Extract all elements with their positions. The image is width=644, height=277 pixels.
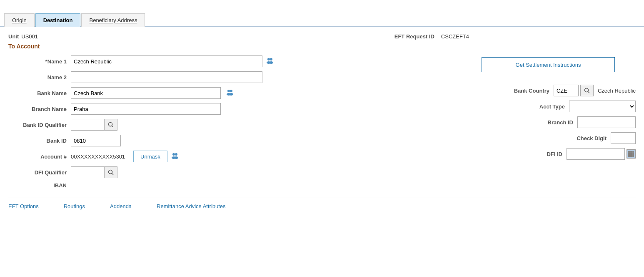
tab-bar: Origin Destination Beneficiary Address bbox=[0, 0, 644, 27]
svg-point-3 bbox=[269, 61, 273, 64]
bank-name-input[interactable] bbox=[71, 87, 221, 99]
branch-id-input[interactable] bbox=[577, 116, 636, 128]
eft-options-link[interactable]: EFT Options bbox=[8, 203, 39, 209]
eft-request-id-value: CSCZEFT4 bbox=[441, 33, 469, 40]
acct-type-label: Acct Type bbox=[515, 103, 565, 110]
name2-row: Name 2 bbox=[8, 71, 436, 83]
dfi-id-wrap bbox=[567, 148, 636, 160]
routings-link[interactable]: Routings bbox=[64, 203, 85, 209]
svg-point-10 bbox=[172, 153, 175, 156]
form-right: Get Settlement Instructions Bank Country… bbox=[444, 55, 636, 193]
svg-rect-24 bbox=[628, 155, 630, 157]
tab-beneficiary[interactable]: Beneficiary Address bbox=[81, 13, 145, 27]
iban-row: IBAN bbox=[8, 182, 436, 189]
people-icon-bank[interactable] bbox=[226, 88, 234, 98]
branch-id-row: Branch ID bbox=[444, 116, 636, 128]
svg-point-5 bbox=[230, 90, 232, 92]
svg-point-13 bbox=[174, 156, 178, 159]
svg-rect-22 bbox=[630, 153, 632, 155]
bank-id-qualifier-label: Bank ID Qualifier bbox=[8, 122, 71, 128]
name1-row: *Name 1 bbox=[8, 55, 436, 67]
bank-id-qualifier-input[interactable] bbox=[71, 119, 104, 131]
bank-id-label: Bank ID bbox=[8, 138, 71, 144]
unit-label: Unit bbox=[8, 33, 19, 40]
name1-input[interactable] bbox=[71, 55, 262, 67]
bank-country-input-wrap: Czech Republic bbox=[554, 85, 636, 96]
svg-point-4 bbox=[227, 90, 230, 92]
bank-country-input[interactable] bbox=[554, 85, 579, 96]
bank-id-input[interactable] bbox=[71, 135, 121, 146]
branch-id-label: Branch ID bbox=[523, 119, 573, 126]
bottom-links: EFT Options Routings Addenda Remittance … bbox=[8, 197, 636, 211]
people-icon-name1[interactable] bbox=[266, 56, 274, 67]
unit-value: US001 bbox=[21, 33, 38, 40]
name1-label: *Name 1 bbox=[8, 58, 71, 65]
svg-point-14 bbox=[109, 170, 112, 174]
get-settlement-button[interactable]: Get Settlement Instructions bbox=[482, 57, 615, 72]
account-row: Account # 00XXXXXXXXXX5301 Unmask bbox=[8, 151, 436, 162]
header-row: Unit US001 EFT Request ID CSCZEFT4 bbox=[8, 33, 636, 40]
form-body: *Name 1 Name 2 Bank Name bbox=[8, 55, 636, 193]
dfi-qualifier-label: DFI Qualifier bbox=[8, 169, 71, 176]
addenda-link[interactable]: Addenda bbox=[110, 203, 132, 209]
dfi-qualifier-row: DFI Qualifier bbox=[8, 166, 436, 178]
bank-id-row: Bank ID bbox=[8, 135, 436, 146]
account-label: Account # bbox=[8, 154, 71, 160]
dfi-qualifier-search[interactable] bbox=[104, 166, 117, 178]
form-left: *Name 1 Name 2 Bank Name bbox=[8, 55, 436, 193]
bank-country-row: Bank Country Czech Republic bbox=[444, 85, 636, 96]
dfi-qualifier-input[interactable] bbox=[71, 166, 104, 178]
branch-name-label: Branch Name bbox=[8, 106, 71, 112]
dfi-id-label: DFI ID bbox=[512, 151, 562, 157]
svg-point-16 bbox=[584, 88, 588, 92]
svg-rect-23 bbox=[632, 153, 634, 155]
bank-name-row: Bank Name bbox=[8, 87, 436, 99]
account-value: 00XXXXXXXXXX5301 bbox=[71, 152, 125, 161]
svg-rect-26 bbox=[632, 155, 634, 157]
svg-point-7 bbox=[229, 93, 233, 96]
svg-point-8 bbox=[109, 123, 112, 126]
svg-line-17 bbox=[588, 92, 589, 93]
unmask-button[interactable]: Unmask bbox=[133, 151, 167, 162]
bank-country-search[interactable] bbox=[580, 85, 594, 96]
people-icon-account[interactable] bbox=[171, 151, 179, 162]
svg-rect-25 bbox=[630, 155, 632, 157]
svg-line-15 bbox=[112, 174, 114, 175]
bank-id-qualifier-row: Bank ID Qualifier bbox=[8, 119, 436, 131]
branch-name-row: Branch Name bbox=[8, 103, 436, 115]
acct-type-row: Acct Type bbox=[444, 101, 636, 112]
tab-destination[interactable]: Destination bbox=[35, 13, 81, 27]
check-digit-label: Check Digit bbox=[557, 135, 607, 141]
eft-request-id-label: EFT Request ID bbox=[394, 33, 434, 40]
remittance-link[interactable]: Remittance Advice Attributes bbox=[157, 203, 225, 209]
name2-input[interactable] bbox=[71, 71, 262, 83]
branch-name-input[interactable] bbox=[71, 103, 221, 115]
bank-country-label: Bank Country bbox=[499, 88, 549, 94]
svg-point-1 bbox=[270, 58, 272, 60]
name2-label: Name 2 bbox=[8, 74, 71, 81]
to-account-heading: To Account bbox=[8, 43, 636, 50]
svg-point-0 bbox=[267, 58, 270, 60]
tab-origin[interactable]: Origin bbox=[4, 13, 35, 27]
svg-rect-20 bbox=[632, 151, 634, 153]
svg-rect-19 bbox=[630, 151, 632, 153]
dfi-grid-icon[interactable] bbox=[627, 149, 636, 159]
svg-line-9 bbox=[112, 126, 114, 128]
bank-country-name: Czech Republic bbox=[598, 88, 636, 94]
dfi-id-input[interactable] bbox=[567, 148, 625, 160]
svg-rect-21 bbox=[628, 153, 630, 155]
iban-label: IBAN bbox=[8, 182, 71, 189]
main-content: Unit US001 EFT Request ID CSCZEFT4 To Ac… bbox=[0, 27, 644, 215]
check-digit-row: Check Digit bbox=[444, 132, 636, 144]
bank-name-label: Bank Name bbox=[8, 90, 71, 96]
bank-id-qualifier-search[interactable] bbox=[104, 119, 117, 131]
dfi-id-row: DFI ID bbox=[444, 148, 636, 160]
svg-rect-18 bbox=[628, 151, 630, 153]
acct-type-select[interactable] bbox=[569, 101, 636, 112]
check-digit-input[interactable] bbox=[611, 132, 636, 144]
svg-point-11 bbox=[175, 153, 177, 156]
